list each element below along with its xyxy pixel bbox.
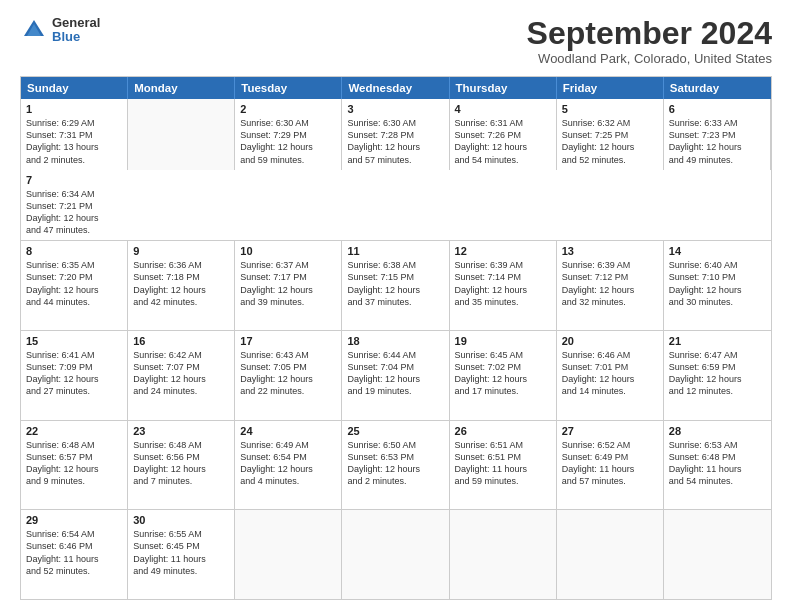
calendar-cell-r3c2: 24Sunrise: 6:49 AM Sunset: 6:54 PM Dayli…: [235, 421, 342, 510]
calendar-cell-3: 2Sunrise: 6:30 AM Sunset: 7:29 PM Daylig…: [235, 99, 342, 170]
calendar-cell-r2c6: 21Sunrise: 6:47 AM Sunset: 6:59 PM Dayli…: [664, 331, 771, 420]
calendar-cell-r2c5: 20Sunrise: 6:46 AM Sunset: 7:01 PM Dayli…: [557, 331, 664, 420]
calendar-cell-r3c5: 27Sunrise: 6:52 AM Sunset: 6:49 PM Dayli…: [557, 421, 664, 510]
header-tuesday: Tuesday: [235, 77, 342, 99]
calendar-cell-r1c6: 14Sunrise: 6:40 AM Sunset: 7:10 PM Dayli…: [664, 241, 771, 330]
calendar-cell-r3c1: 23Sunrise: 6:48 AM Sunset: 6:56 PM Dayli…: [128, 421, 235, 510]
calendar-cell-8: 7Sunrise: 6:34 AM Sunset: 7:21 PM Daylig…: [21, 170, 128, 241]
logo-general-text: General: [52, 16, 100, 30]
location-subtitle: Woodland Park, Colorado, United States: [527, 51, 772, 66]
header-sunday: Sunday: [21, 77, 128, 99]
calendar-row-2: 15Sunrise: 6:41 AM Sunset: 7:09 PM Dayli…: [21, 330, 771, 420]
month-title: September 2024: [527, 16, 772, 51]
calendar-row-1: 8Sunrise: 6:35 AM Sunset: 7:20 PM Daylig…: [21, 240, 771, 330]
logo-blue-text: Blue: [52, 30, 100, 44]
header: General Blue September 2024 Woodland Par…: [20, 16, 772, 66]
calendar-cell-2: [128, 99, 235, 170]
header-friday: Friday: [557, 77, 664, 99]
calendar-cell-r3c6: 28Sunrise: 6:53 AM Sunset: 6:48 PM Dayli…: [664, 421, 771, 510]
header-saturday: Saturday: [664, 77, 771, 99]
calendar-row-4: 29Sunrise: 6:54 AM Sunset: 6:46 PM Dayli…: [21, 509, 771, 599]
calendar-cell-r4c4: [450, 510, 557, 599]
calendar-cell-5: 4Sunrise: 6:31 AM Sunset: 7:26 PM Daylig…: [450, 99, 557, 170]
calendar-cell-r1c0: 8Sunrise: 6:35 AM Sunset: 7:20 PM Daylig…: [21, 241, 128, 330]
title-block: September 2024 Woodland Park, Colorado, …: [527, 16, 772, 66]
calendar-cell-r4c2: [235, 510, 342, 599]
calendar-cell-r1c5: 13Sunrise: 6:39 AM Sunset: 7:12 PM Dayli…: [557, 241, 664, 330]
calendar-cell-r2c2: 17Sunrise: 6:43 AM Sunset: 7:05 PM Dayli…: [235, 331, 342, 420]
calendar-cell-r2c3: 18Sunrise: 6:44 AM Sunset: 7:04 PM Dayli…: [342, 331, 449, 420]
calendar-cell-r4c3: [342, 510, 449, 599]
calendar-header: Sunday Monday Tuesday Wednesday Thursday…: [21, 77, 771, 99]
calendar-cell-6: 5Sunrise: 6:32 AM Sunset: 7:25 PM Daylig…: [557, 99, 664, 170]
calendar-cell-r2c0: 15Sunrise: 6:41 AM Sunset: 7:09 PM Dayli…: [21, 331, 128, 420]
header-thursday: Thursday: [450, 77, 557, 99]
calendar-body: 1Sunrise: 6:29 AM Sunset: 7:31 PM Daylig…: [21, 99, 771, 599]
logo: General Blue: [20, 16, 100, 45]
calendar-cell-r4c5: [557, 510, 664, 599]
calendar-cell-r3c3: 25Sunrise: 6:50 AM Sunset: 6:53 PM Dayli…: [342, 421, 449, 510]
calendar-cell-r2c1: 16Sunrise: 6:42 AM Sunset: 7:07 PM Dayli…: [128, 331, 235, 420]
calendar-cell-r4c6: [664, 510, 771, 599]
calendar-cell-r4c1: 30Sunrise: 6:55 AM Sunset: 6:45 PM Dayli…: [128, 510, 235, 599]
header-wednesday: Wednesday: [342, 77, 449, 99]
header-monday: Monday: [128, 77, 235, 99]
calendar: Sunday Monday Tuesday Wednesday Thursday…: [20, 76, 772, 600]
calendar-cell-r1c4: 12Sunrise: 6:39 AM Sunset: 7:14 PM Dayli…: [450, 241, 557, 330]
logo-text: General Blue: [52, 16, 100, 45]
calendar-cell-r4c0: 29Sunrise: 6:54 AM Sunset: 6:46 PM Dayli…: [21, 510, 128, 599]
calendar-row-0: 1Sunrise: 6:29 AM Sunset: 7:31 PM Daylig…: [21, 99, 771, 240]
calendar-cell-r1c3: 11Sunrise: 6:38 AM Sunset: 7:15 PM Dayli…: [342, 241, 449, 330]
calendar-cell-r1c2: 10Sunrise: 6:37 AM Sunset: 7:17 PM Dayli…: [235, 241, 342, 330]
calendar-cell-r3c4: 26Sunrise: 6:51 AM Sunset: 6:51 PM Dayli…: [450, 421, 557, 510]
page: General Blue September 2024 Woodland Par…: [0, 0, 792, 612]
calendar-cell-4: 3Sunrise: 6:30 AM Sunset: 7:28 PM Daylig…: [342, 99, 449, 170]
calendar-cell-r2c4: 19Sunrise: 6:45 AM Sunset: 7:02 PM Dayli…: [450, 331, 557, 420]
calendar-row-3: 22Sunrise: 6:48 AM Sunset: 6:57 PM Dayli…: [21, 420, 771, 510]
calendar-cell-1: 1Sunrise: 6:29 AM Sunset: 7:31 PM Daylig…: [21, 99, 128, 170]
logo-icon: [20, 16, 48, 44]
calendar-cell-7: 6Sunrise: 6:33 AM Sunset: 7:23 PM Daylig…: [664, 99, 771, 170]
calendar-cell-r1c1: 9Sunrise: 6:36 AM Sunset: 7:18 PM Daylig…: [128, 241, 235, 330]
calendar-cell-r3c0: 22Sunrise: 6:48 AM Sunset: 6:57 PM Dayli…: [21, 421, 128, 510]
